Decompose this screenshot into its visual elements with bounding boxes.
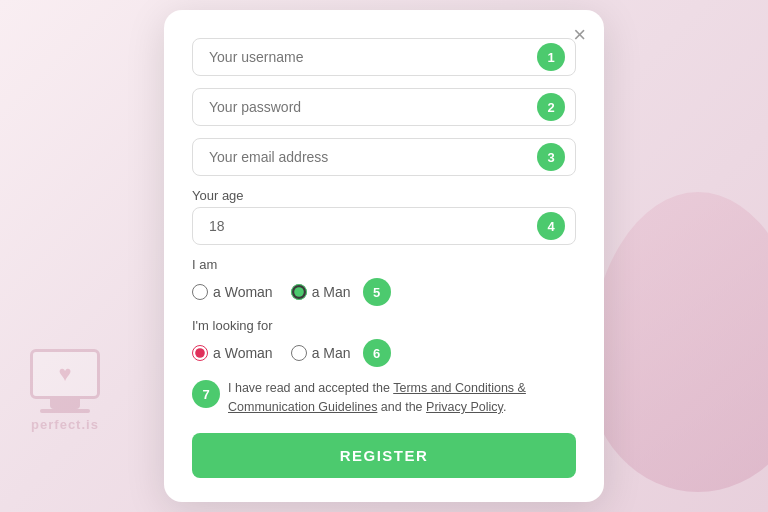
i-am-options-row: a Woman a Man 5	[192, 278, 576, 306]
terms-row: 7 I have read and accepted the Terms and…	[192, 379, 576, 417]
look-woman-label: a Woman	[213, 345, 273, 361]
step-badge-5: 5	[363, 278, 391, 306]
age-label: Your age	[192, 188, 576, 203]
looking-for-options-row: a Woman a Man 6	[192, 339, 576, 367]
terms-text-after: .	[503, 400, 506, 414]
privacy-link[interactable]: Privacy Policy	[426, 400, 503, 414]
i-am-man-option[interactable]: a Man	[291, 284, 351, 300]
i-am-section: I am a Woman a Man 5	[192, 257, 576, 306]
looking-for-section: I'm looking for a Woman a Man 6	[192, 318, 576, 367]
password-input[interactable]	[203, 89, 537, 125]
looking-for-radio-row: a Woman a Man	[192, 345, 351, 361]
i-am-woman-label: a Woman	[213, 284, 273, 300]
look-man-option[interactable]: a Man	[291, 345, 351, 361]
age-field-group: Your age 4	[192, 188, 576, 245]
register-button[interactable]: REGISTER	[192, 433, 576, 478]
age-input[interactable]	[203, 208, 537, 244]
watermark-text: perfect.is	[31, 417, 99, 432]
i-am-man-radio[interactable]	[291, 284, 307, 300]
email-field-group: 3	[192, 138, 576, 176]
username-input-row: 1	[192, 38, 576, 76]
look-man-radio[interactable]	[291, 345, 307, 361]
i-am-radio-row: a Woman a Man	[192, 284, 351, 300]
age-input-row: 4	[192, 207, 576, 245]
terms-text: I have read and accepted the Terms and C…	[228, 379, 576, 417]
i-am-label: I am	[192, 257, 576, 272]
step-badge-7: 7	[192, 380, 220, 408]
username-field-group: 1	[192, 38, 576, 76]
username-input[interactable]	[203, 39, 537, 75]
watermark: ♥ perfect.is	[30, 349, 100, 432]
step-badge-6: 6	[363, 339, 391, 367]
terms-text-before: I have read and accepted the	[228, 381, 393, 395]
email-input[interactable]	[203, 139, 537, 175]
i-am-man-label: a Man	[312, 284, 351, 300]
looking-for-label: I'm looking for	[192, 318, 576, 333]
watermark-base	[40, 409, 90, 413]
password-field-group: 2	[192, 88, 576, 126]
step-badge-2: 2	[537, 93, 565, 121]
step-badge-3: 3	[537, 143, 565, 171]
look-woman-radio[interactable]	[192, 345, 208, 361]
registration-modal: × 1 2 3 Your age 4 I am	[164, 10, 604, 502]
step-badge-4: 4	[537, 212, 565, 240]
watermark-stand	[50, 399, 80, 409]
watermark-monitor: ♥	[30, 349, 100, 399]
heart-icon: ♥	[58, 361, 71, 387]
i-am-woman-option[interactable]: a Woman	[192, 284, 273, 300]
i-am-woman-radio[interactable]	[192, 284, 208, 300]
look-woman-option[interactable]: a Woman	[192, 345, 273, 361]
step-badge-1: 1	[537, 43, 565, 71]
terms-text-middle: and the	[377, 400, 426, 414]
look-man-label: a Man	[312, 345, 351, 361]
email-input-row: 3	[192, 138, 576, 176]
password-input-row: 2	[192, 88, 576, 126]
